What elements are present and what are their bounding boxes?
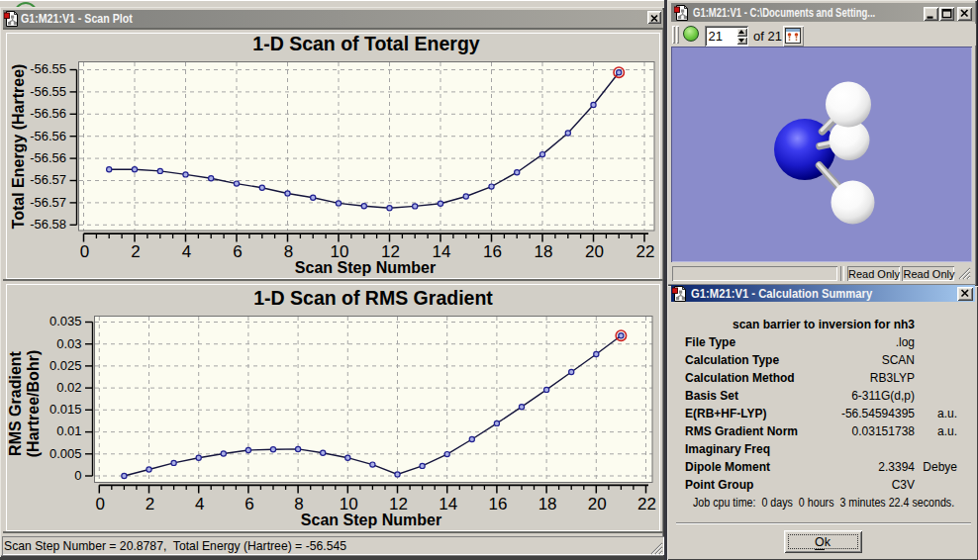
svg-text:0.005: 0.005 [49, 446, 82, 461]
svg-text:-56.56: -56.56 [30, 106, 66, 121]
svg-text:18: 18 [535, 242, 553, 261]
svg-text:6: 6 [244, 495, 253, 513]
svg-text:18: 18 [538, 495, 557, 513]
svg-text:-56.56: -56.56 [30, 150, 66, 165]
svg-text:6: 6 [233, 242, 242, 261]
svg-text:8: 8 [284, 242, 293, 261]
svg-text:1-D Scan of Total Energy: 1-D Scan of Total Energy [252, 33, 479, 54]
svg-text:2: 2 [131, 242, 140, 261]
svg-text:0.035: 0.035 [49, 314, 82, 328]
svg-text:-56.55: -56.55 [30, 61, 66, 76]
svg-text:0: 0 [80, 242, 89, 261]
svg-text:20: 20 [585, 242, 604, 261]
svg-text:22: 22 [637, 495, 656, 513]
svg-text:16: 16 [488, 495, 507, 513]
svg-text:Scan Step Number: Scan Step Number [295, 259, 436, 276]
svg-text:-56.57: -56.57 [30, 172, 66, 187]
svg-text:-56.56: -56.56 [30, 129, 66, 143]
svg-text:Total Energy (Hartree): Total Energy (Hartree) [10, 64, 27, 230]
svg-text:4: 4 [182, 242, 191, 261]
svg-text:0: 0 [96, 495, 105, 513]
svg-text:2: 2 [146, 495, 154, 513]
svg-text:-56.58: -56.58 [30, 217, 66, 232]
svg-text:-56.57: -56.57 [30, 195, 66, 210]
svg-text:4: 4 [195, 495, 204, 513]
svg-text:16: 16 [483, 242, 502, 261]
svg-text:1-D Scan of RMS Gradient: 1-D Scan of RMS Gradient [253, 287, 493, 309]
svg-text:20: 20 [588, 495, 607, 513]
svg-text:Scan Step Number: Scan Step Number [301, 512, 441, 528]
svg-text:22: 22 [636, 242, 655, 261]
svg-text:-56.55: -56.55 [30, 84, 66, 99]
